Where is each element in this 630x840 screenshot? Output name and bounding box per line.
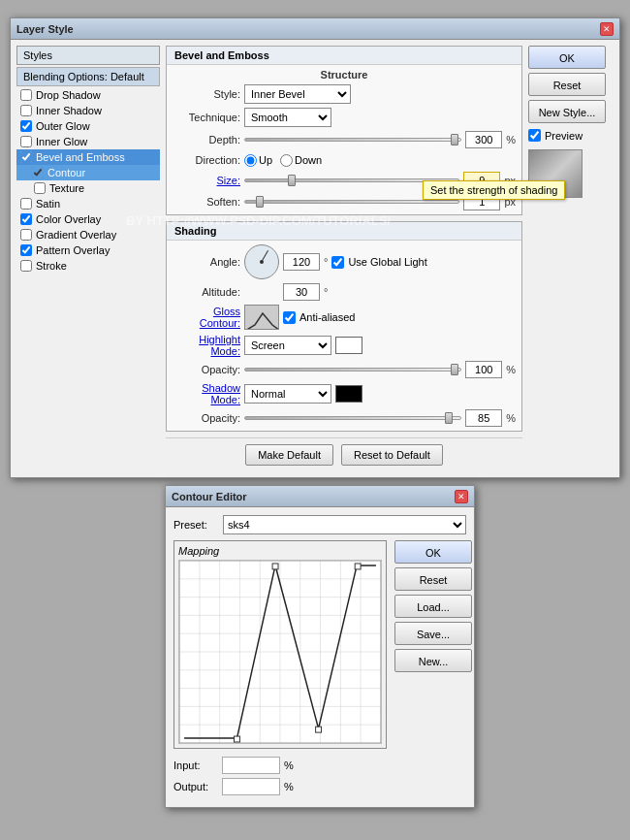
bevel-emboss-item[interactable]: Bevel and Emboss [16,149,160,165]
depth-input[interactable] [465,131,502,148]
gloss-contour-svg [245,306,279,330]
texture-item[interactable]: Texture [16,180,160,196]
gradient-overlay-checkbox[interactable] [20,229,32,241]
reset-button[interactable]: Reset [528,73,606,96]
stroke-checkbox[interactable] [20,260,32,272]
style-select[interactable]: Inner Bevel [244,84,351,104]
inner-glow-checkbox[interactable] [20,136,32,147]
gradient-overlay-item[interactable]: Gradient Overlay [16,227,160,242]
contour-ok-button[interactable]: OK [394,540,472,564]
satin-checkbox[interactable] [20,198,32,210]
angle-widget[interactable] [244,244,279,279]
contour-new-button[interactable]: New... [394,649,472,672]
shadow-opacity-input[interactable] [465,409,502,427]
output-unit: % [284,781,294,792]
outer-glow-checkbox[interactable] [20,120,32,132]
mapping-canvas[interactable] [178,560,382,744]
satin-item[interactable]: Satin [16,196,160,211]
highlight-opacity-input[interactable] [465,361,502,378]
close-button[interactable]: ✕ [600,22,614,36]
technique-row: Technique: Smooth [167,106,521,129]
reset-to-default-button[interactable]: Reset to Default [341,444,443,466]
pattern-overlay-checkbox[interactable] [20,244,32,256]
direction-down-label[interactable]: Down [280,154,322,167]
input-label: Input: [173,759,222,771]
depth-label: Depth: [173,134,240,145]
gloss-contour-row: Gloss Contour: Anti-aliased [167,303,521,332]
shadow-opacity-slider[interactable] [244,416,461,420]
contour-checkbox[interactable] [32,167,44,178]
shadow-color-swatch[interactable] [335,385,362,403]
outer-glow-item[interactable]: Outer Glow [16,118,160,134]
shadow-mode-row: Shadow Mode: Normal [167,380,521,407]
depth-row: Depth: % [167,129,521,150]
ok-button[interactable]: OK [528,46,606,69]
contour-layout: Mapping [173,540,466,799]
contour-save-button[interactable]: Save... [394,622,472,645]
highlight-color-swatch[interactable] [335,337,362,354]
dialog-title: Layer Style [16,23,74,35]
input-output: Input: % Output: % [173,757,387,795]
preview-label: Preview [545,130,583,142]
output-label: Output: [173,781,222,792]
bevel-section-title: Bevel and Emboss [167,47,521,65]
contour-load-button[interactable]: Load... [394,595,472,618]
styles-header: Styles [16,46,160,65]
preset-select[interactable]: sks4 [223,515,466,534]
drop-shadow-item[interactable]: Drop Shadow [16,87,160,103]
direction-up-label[interactable]: Up [244,154,272,167]
color-overlay-item[interactable]: Color Overlay [16,211,160,227]
soften-slider[interactable] [244,200,459,204]
blending-options-item[interactable]: Blending Options: Default [16,67,160,86]
preset-row: Preset: sks4 [173,515,466,534]
contour-close-button[interactable]: ✕ [455,490,468,503]
shadow-mode-label: Shadow Mode: [173,382,240,405]
pattern-overlay-item[interactable]: Pattern Overlay [16,242,160,258]
global-light-label: Use Global Light [348,256,426,268]
contour-item[interactable]: Contour [16,165,160,180]
mapping-area: Mapping [173,540,387,799]
highlight-opacity-label: Opacity: [173,364,240,375]
style-label: Style: [173,88,240,100]
inner-shadow-checkbox[interactable] [20,105,32,116]
inner-shadow-item[interactable]: Inner Shadow [16,103,160,118]
shading-section: Shading Angle: ° Use Global Light [166,221,522,432]
preview-checkbox[interactable] [528,129,541,142]
new-style-button[interactable]: New Style... [528,100,606,123]
highlight-opacity-row: Opacity: % [167,359,521,380]
shadow-mode-select[interactable]: Normal [244,384,331,404]
bevel-emboss-checkbox[interactable] [20,151,32,163]
make-default-button[interactable]: Make Default [245,444,333,466]
altitude-row: Altitude: ° [167,281,521,303]
anti-aliased-checkbox[interactable] [283,311,296,324]
output-value[interactable] [222,778,280,795]
altitude-input[interactable] [283,283,320,301]
global-light-checkbox[interactable] [331,256,344,269]
svg-rect-20 [272,564,278,569]
inner-glow-item[interactable]: Inner Glow [16,134,160,149]
gloss-contour-preview[interactable] [244,305,279,330]
contour-editor-dialog: Contour Editor ✕ Preset: sks4 Mapping [165,485,475,808]
highlight-mode-row: Highlight Mode: Screen [167,332,521,359]
color-overlay-checkbox[interactable] [20,213,32,225]
input-value[interactable] [222,757,280,774]
technique-select[interactable]: Smooth [244,108,331,127]
direction-up-radio[interactable] [244,154,257,167]
contour-reset-button[interactable]: Reset [394,567,472,591]
angle-indicator [261,250,268,263]
texture-checkbox[interactable] [34,182,46,194]
drop-shadow-checkbox[interactable] [20,89,32,101]
direction-down-radio[interactable] [280,154,293,167]
angle-deg: ° [324,256,328,268]
angle-input[interactable] [283,253,320,271]
highlight-mode-select[interactable]: Screen [244,336,331,355]
mapping-label: Mapping [178,545,382,557]
left-panel: Styles Blending Options: Default Drop Sh… [16,46,160,471]
stroke-item[interactable]: Stroke [16,258,160,274]
highlight-opacity-slider[interactable] [244,368,461,372]
depth-slider[interactable] [244,138,461,142]
soften-label: Soften: [173,196,240,208]
middle-panel: Bevel and Emboss Structure Style: Inner … [166,46,522,471]
contour-titlebar: Contour Editor ✕ [166,486,474,507]
structure-label: Structure [167,67,521,82]
